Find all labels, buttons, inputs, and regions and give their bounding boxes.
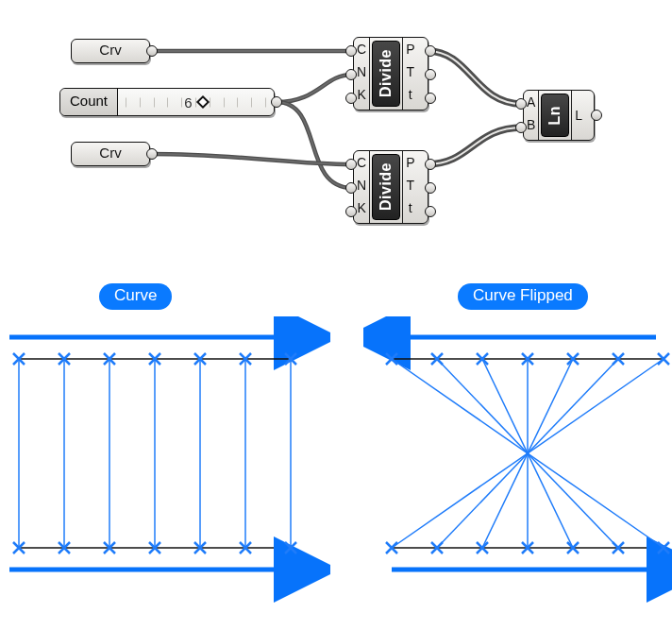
param-curve-2-label: Crv [72,143,149,164]
divide-1-in-k-grip[interactable] [345,93,357,104]
port-t-lower[interactable]: t [406,198,414,221]
diagram-curve [0,316,330,619]
port-c[interactable]: C [357,40,366,62]
component-divide-1-label: Divide [376,45,396,101]
param-curve-1-grip[interactable] [146,45,158,57]
port-l[interactable]: L [575,93,582,138]
slider-count-value: 6 [118,89,274,115]
diamond-icon [196,94,210,108]
param-curve-2[interactable]: Crv [71,142,150,166]
port-t-lower[interactable]: t [406,85,414,108]
grasshopper-canvas: Crv Count 6 Crv C N K Divide [59,30,630,266]
component-line-core: Ln [541,94,569,137]
result-diagrams: Curve Curve Flipped [0,283,672,623]
component-divide-1-core: Divide [372,41,400,107]
component-divide-2[interactable]: C N K Divide P T t [353,150,428,224]
port-p[interactable]: P [406,153,414,176]
divide-2-out-p-grip[interactable] [425,159,436,170]
port-c[interactable]: C [357,153,366,176]
label-curve: Curve [99,283,172,310]
label-curve-flipped: Curve Flipped [458,283,588,310]
divide-2-in-n-grip[interactable] [345,182,357,194]
divide-2-in-c-grip[interactable] [345,159,357,170]
port-n[interactable]: N [357,176,366,198]
slider-count-grip[interactable] [271,96,282,108]
port-k[interactable]: K [357,85,366,108]
component-divide-2-label: Divide [376,159,396,214]
component-divide-1-outputs: P T t [402,38,417,110]
divide-1-out-t-grip[interactable] [425,69,436,80]
slider-count[interactable]: Count 6 [59,88,275,116]
port-a[interactable]: A [527,93,535,115]
line-out-l-grip[interactable] [591,110,602,121]
divide-1-in-c-grip[interactable] [345,45,357,57]
param-curve-1-label: Crv [72,40,149,61]
component-line[interactable]: A B Ln L [523,90,595,141]
component-divide-2-outputs: P T t [402,151,417,223]
param-curve-1[interactable]: Crv [71,39,150,63]
divide-1-out-tt-grip[interactable] [425,93,436,104]
component-line-inputs: A B [524,91,539,140]
divide-1-in-n-grip[interactable] [345,69,357,80]
divide-1-out-p-grip[interactable] [425,45,436,57]
divide-2-out-t-grip[interactable] [425,182,436,194]
component-divide-1[interactable]: C N K Divide P T t [353,37,428,111]
component-line-outputs: L [571,91,585,140]
component-line-label: Ln [545,102,565,129]
line-in-b-grip[interactable] [515,122,527,133]
port-n[interactable]: N [357,62,366,85]
divide-2-in-k-grip[interactable] [345,206,357,217]
port-p[interactable]: P [406,40,414,62]
line-in-a-grip[interactable] [515,98,527,110]
port-t-upper[interactable]: T [406,62,414,85]
param-curve-2-grip[interactable] [146,148,158,160]
slider-count-track[interactable]: 6 [118,89,274,115]
component-divide-2-core: Divide [372,154,400,220]
port-t-upper[interactable]: T [406,176,414,198]
diagram-curve-flipped [363,316,672,619]
port-k[interactable]: K [357,198,366,221]
divide-2-out-tt-grip[interactable] [425,206,436,217]
port-b[interactable]: B [527,115,535,138]
slider-count-name: Count [60,89,118,115]
